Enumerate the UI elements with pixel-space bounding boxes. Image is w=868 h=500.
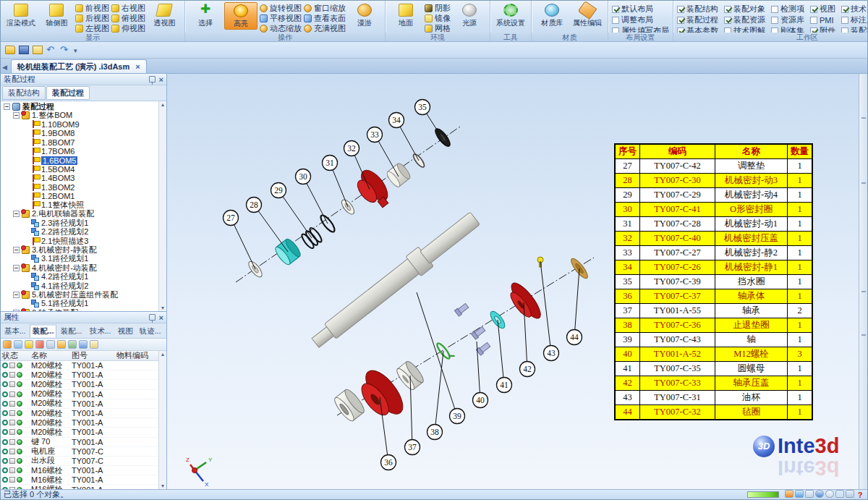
pin-icon[interactable]	[149, 76, 156, 82]
property-edit-button[interactable]: 属性编辑	[571, 2, 604, 28]
rotate-icon[interactable]	[795, 490, 804, 498]
checkbox-技术要求[interactable]: 技术要求	[841, 4, 867, 14]
column-header[interactable]: 物料编码	[115, 351, 158, 361]
column-header[interactable]: 状态	[1, 351, 30, 361]
help-icon[interactable]: ?	[856, 491, 864, 499]
list-item[interactable]: 出水段TY007-C	[1, 457, 158, 466]
list-item[interactable]: M20螺栓TY001-A	[1, 428, 158, 437]
pan-view-button[interactable]: 平移视图	[260, 14, 302, 23]
list-item[interactable]: M20螺栓TY001-A	[1, 370, 158, 380]
edit-icon[interactable]	[3, 340, 12, 349]
system-settings-button[interactable]: 系统设置	[494, 2, 527, 28]
more-icon[interactable]	[74, 46, 84, 54]
material-library-button[interactable]: 材质库	[535, 2, 569, 28]
save-icon[interactable]	[19, 46, 29, 54]
part-bearing-left[interactable]	[332, 387, 367, 423]
view-cube-button[interactable]: 前视图	[75, 4, 109, 13]
list-item[interactable]: M20螺栓TY001-A	[1, 409, 158, 418]
list-item[interactable]: M20螺栓TY001-A	[1, 399, 158, 409]
list-item[interactable]: M20螺栓TY001-A	[1, 390, 158, 399]
expand-icon[interactable]: +	[13, 310, 20, 311]
prop-tab-装配...[interactable]: 装配...	[58, 324, 85, 337]
eraser-icon[interactable]	[35, 340, 44, 349]
list-item[interactable]: M20螺栓TY001-A	[1, 361, 158, 370]
view-cube-button[interactable]: 右视图	[111, 4, 145, 13]
column-header[interactable]: 图号	[70, 351, 115, 361]
tab-装配过程[interactable]: 装配过程	[46, 86, 90, 100]
tab-装配结构[interactable]: 装配结构	[2, 86, 46, 100]
list-item[interactable]: M20螺栓TY001-A	[1, 418, 158, 428]
redo-icon[interactable]	[60, 46, 70, 54]
list-item[interactable]: M16螺栓TY001-A	[1, 466, 158, 475]
checkbox-装配对象[interactable]: 装配对象	[724, 4, 765, 14]
list-icon[interactable]	[25, 340, 33, 349]
tab-scroll-left-icon[interactable]: ◀	[2, 64, 11, 73]
document-tab[interactable]: 轮机组装配工艺 (演示) .i3dAsm ×	[11, 59, 147, 73]
prop-tab-轨迹...[interactable]: 轨迹...	[137, 324, 163, 337]
checkbox-资源库[interactable]: 资源库	[771, 15, 804, 25]
undo-icon[interactable]	[46, 46, 56, 54]
orbit-icon[interactable]	[815, 490, 824, 498]
prop-tab-技术...[interactable]: 技术...	[87, 324, 114, 337]
collapse-icon[interactable]: −	[13, 247, 20, 253]
checkbox-PMI[interactable]: PMI	[810, 15, 835, 25]
tree-node[interactable]: −装配过程	[1, 102, 158, 111]
checkbox-装配资源[interactable]: 装配资源	[724, 15, 765, 25]
rotate-view-button[interactable]: 旋转视图	[260, 4, 302, 13]
light-button[interactable]: 光源	[453, 2, 486, 28]
checkbox-视图[interactable]: 视图	[810, 4, 835, 14]
zoom-icon[interactable]	[825, 490, 834, 498]
open-icon[interactable]	[5, 46, 15, 54]
viewport-3d[interactable]: Y X Z 2728293031323334353637383940414243…	[167, 74, 859, 489]
tree-node[interactable]: 1.4BOM3	[1, 174, 158, 182]
prop-tab-视图[interactable]: 视图	[115, 324, 136, 337]
table-icon[interactable]	[79, 340, 88, 349]
link-icon[interactable]	[68, 340, 77, 349]
tree-node[interactable]: 1.3BOM2	[1, 183, 158, 192]
filter-icon[interactable]	[57, 340, 66, 349]
collapse-icon[interactable]: −	[13, 112, 20, 119]
checkbox-装配结构[interactable]: 装配结构	[677, 4, 718, 14]
tab-close-icon[interactable]: ×	[135, 62, 140, 71]
tree-node[interactable]: 1.10BOM9	[1, 120, 158, 129]
part-bolt-m12-2[interactable]	[471, 326, 485, 339]
list-item[interactable]: M16螺栓TY001-A	[1, 475, 158, 485]
window-zoom-button[interactable]: 窗口缩放	[304, 4, 346, 13]
highlight-button[interactable]: 高亮	[224, 2, 258, 30]
checkbox-默认布局[interactable]: 默认布局	[612, 4, 669, 14]
list-item[interactable]: 电机座TY007-C	[1, 447, 158, 457]
list-item[interactable]: 键 70TY001-A	[1, 438, 158, 447]
perspective-button[interactable]: 透视图	[148, 2, 181, 28]
tree-scrollbar[interactable]: ▲▼	[158, 101, 166, 311]
checkbox-调整布局[interactable]: 调整布局	[612, 15, 669, 25]
shadow-button[interactable]: 阴影	[425, 4, 451, 13]
list-item[interactable]: M20螺栓TY001-A	[1, 380, 158, 389]
grid-icon[interactable]	[835, 490, 844, 498]
tree-node[interactable]: 1.7BOM6	[1, 147, 158, 156]
tree-node[interactable]: 1.9BOM8	[1, 129, 158, 137]
view-surface-button[interactable]: 查看表面	[304, 14, 346, 23]
tree-node[interactable]: 1.6BOM5	[1, 156, 158, 164]
select-cursor-icon[interactable]	[805, 490, 814, 498]
prop-tab-装配...[interactable]: 装配...	[30, 324, 56, 337]
tree-node[interactable]: 1.8BOM7	[1, 138, 158, 147]
checkbox-检测项[interactable]: 检测项	[771, 4, 804, 14]
tree-node[interactable]: −1.整体BOM	[1, 111, 158, 119]
tree-node[interactable]: 5.1路径规划1	[1, 300, 158, 308]
view-cube-button[interactable]: 后视图	[75, 14, 109, 23]
note-icon[interactable]	[90, 340, 98, 349]
fit-icon[interactable]	[846, 490, 854, 498]
new-icon[interactable]	[33, 46, 43, 54]
part-bolt-m12-3[interactable]	[476, 342, 490, 355]
tree-node[interactable]: 1.5BOM4	[1, 165, 158, 174]
checkbox-装配过程[interactable]: 装配过程	[677, 15, 718, 25]
part-mech-seal-static2[interactable]	[385, 161, 412, 188]
view-cube-button[interactable]: 俯视图	[111, 14, 145, 23]
properties-scrollbar[interactable]: ▲▼	[158, 351, 166, 489]
collapse-icon[interactable]: −	[13, 292, 20, 298]
part-bolt-m12-1[interactable]	[454, 302, 469, 316]
right-collapsed-panel-strip[interactable]	[859, 74, 867, 489]
close-icon[interactable]	[159, 75, 163, 84]
avatar-icon[interactable]	[785, 490, 793, 498]
pin-icon[interactable]	[46, 340, 55, 349]
